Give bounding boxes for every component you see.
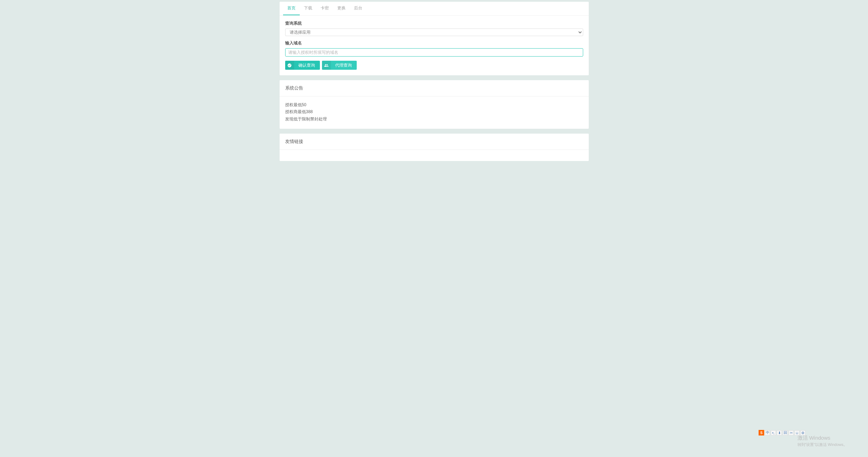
announcement-line: 发现低于限制禁封处理 <box>285 116 583 122</box>
ime-settings-icon[interactable]: ⚙ <box>800 430 805 435</box>
domain-label: 输入域名 <box>285 40 583 46</box>
ime-keyboard-icon[interactable]: 回 <box>783 430 788 435</box>
ime-logo-icon[interactable]: S <box>759 430 764 435</box>
announcement-line: 授权商最低388 <box>285 108 583 115</box>
ime-toolbar: S 中 •, ⬇ 回 ✂ ☺ ⚙ <box>759 430 805 435</box>
tab-bar: 首页 下载 卡密 更换 后台 <box>280 2 589 16</box>
domain-input[interactable] <box>285 48 583 57</box>
system-label: 查询系统 <box>285 20 583 26</box>
announcement-title: 系统公告 <box>280 80 589 96</box>
ime-lang-icon[interactable]: 中 <box>765 430 770 435</box>
ime-punct-icon[interactable]: •, <box>771 430 776 435</box>
friendlinks-body <box>280 150 589 161</box>
friendlinks-title: 友情链接 <box>280 134 589 150</box>
friendlinks-card: 友情链接 <box>280 134 589 161</box>
confirm-query-label: 确认查询 <box>294 62 320 68</box>
agent-query-button[interactable]: 代理查询 <box>322 61 357 70</box>
ime-scissors-icon[interactable]: ✂ <box>788 430 794 435</box>
system-select[interactable]: 请选择应用 <box>285 28 583 36</box>
ime-down-icon[interactable]: ⬇ <box>777 430 782 435</box>
announcement-card: 系统公告 授权最低50 授权商最低388 发现低于限制禁封处理 <box>280 80 589 129</box>
tab-download[interactable]: 下载 <box>300 2 316 15</box>
announcement-body: 授权最低50 授权商最低388 发现低于限制禁封处理 <box>280 96 589 129</box>
people-icon <box>322 61 331 70</box>
tab-home[interactable]: 首页 <box>283 2 300 15</box>
agent-query-label: 代理查询 <box>331 62 357 68</box>
watermark-title: 激活 Windows <box>797 435 848 441</box>
main-card: 首页 下载 卡密 更换 后台 查询系统 请选择应用 输入域名 <box>280 2 589 75</box>
ime-face-icon[interactable]: ☺ <box>794 430 800 435</box>
check-circle-icon <box>285 61 294 70</box>
confirm-query-button[interactable]: 确认查询 <box>285 61 320 70</box>
tab-admin[interactable]: 后台 <box>350 2 366 15</box>
form-body: 查询系统 请选择应用 输入域名 确认查询 <box>280 16 589 75</box>
tab-card-key[interactable]: 卡密 <box>316 2 333 15</box>
windows-activation-watermark: 激活 Windows 转到"设置"以激活 Windows。 <box>797 435 848 447</box>
watermark-subtitle: 转到"设置"以激活 Windows。 <box>797 442 848 447</box>
tab-replace[interactable]: 更换 <box>333 2 350 15</box>
announcement-line: 授权最低50 <box>285 101 583 108</box>
button-row: 确认查询 代理查询 <box>285 61 583 70</box>
